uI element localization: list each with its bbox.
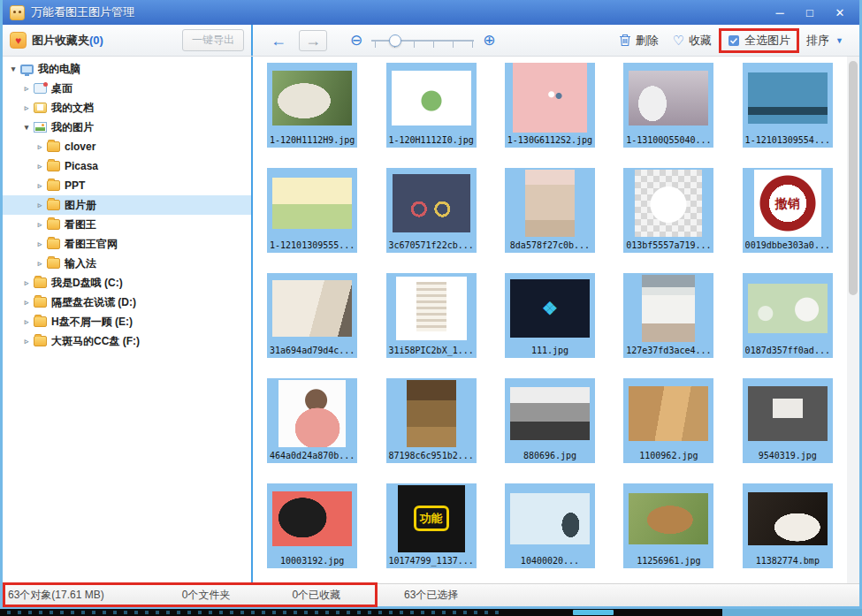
image-item[interactable]: 3c670571f22cb... bbox=[386, 168, 477, 273]
image-tile-selected[interactable]: 0187d357ff0ad... bbox=[743, 273, 833, 358]
image-item[interactable]: 880696.jpg bbox=[505, 378, 595, 483]
image-tile-selected[interactable]: ❖111.jpg bbox=[505, 273, 595, 358]
image-tile-selected[interactable]: 87198c6c951b2... bbox=[386, 378, 477, 463]
image-item[interactable]: 31i58PIC2bX_1... bbox=[386, 273, 477, 378]
image-tile-selected[interactable]: 功能10174799_1137... bbox=[386, 483, 477, 568]
slider-knob[interactable] bbox=[389, 34, 401, 47]
select-all-button[interactable]: 全选图片 bbox=[719, 28, 799, 53]
tree-item[interactable]: ▹我的文档 bbox=[3, 98, 251, 118]
expand-arrow-icon[interactable]: ▹ bbox=[34, 142, 45, 151]
expand-arrow-icon[interactable]: ▹ bbox=[34, 181, 45, 190]
image-item[interactable]: 31a694ad79d4c... bbox=[267, 273, 357, 378]
thumbnail-size-slider[interactable] bbox=[371, 33, 474, 49]
tree-item[interactable]: ▹看图王官网 bbox=[3, 234, 251, 254]
image-item[interactable]: 撤销0019dbbe303a0... bbox=[743, 168, 833, 273]
image-tile-selected[interactable]: 31a694ad79d4c... bbox=[267, 273, 357, 358]
tree-item[interactable]: ▹看图王 bbox=[3, 215, 251, 234]
image-tile-selected[interactable]: 10400020... bbox=[505, 483, 595, 568]
image-item[interactable]: 1100962.jpg bbox=[623, 378, 713, 483]
image-item[interactable]: 87198c6c951b2... bbox=[386, 378, 477, 483]
expand-arrow-icon[interactable]: ▹ bbox=[21, 317, 32, 326]
forward-button[interactable]: → bbox=[299, 30, 327, 51]
favorite-button[interactable]: ♡ 收藏 bbox=[666, 29, 719, 52]
tree-item[interactable]: ▹Picasa bbox=[3, 156, 251, 176]
image-item[interactable]: 1-13100Q55040... bbox=[623, 63, 713, 168]
tree-item[interactable]: ▹大斑马的CC盘 (F:) bbox=[3, 331, 251, 351]
tree-item[interactable]: ▹隔壁盘在说谎 (D:) bbox=[3, 293, 251, 312]
expand-arrow-icon[interactable]: ▹ bbox=[21, 298, 32, 307]
close-button[interactable]: ✕ bbox=[828, 4, 852, 21]
titlebar: 万能看图王图片管理 ─ □ ✕ bbox=[3, 0, 859, 25]
tree-item[interactable]: ▹输入法 bbox=[3, 254, 251, 273]
image-tile-selected[interactable]: 1-12101309555... bbox=[267, 168, 357, 253]
tree-item[interactable]: ▹图片册 bbox=[3, 195, 251, 215]
tree-item[interactable]: ▹我是D盘哦 (C:) bbox=[3, 273, 251, 293]
scrollbar-thumb[interactable] bbox=[849, 61, 858, 295]
image-item[interactable]: 1-120H1112I0.jpg bbox=[386, 63, 477, 168]
image-tile-selected[interactable]: 11256961.jpg bbox=[623, 483, 713, 568]
image-tile-selected[interactable]: 464a0d24a870b... bbox=[267, 378, 357, 463]
expand-arrow-icon[interactable]: ▹ bbox=[34, 259, 45, 268]
expand-arrow-icon[interactable]: ▹ bbox=[34, 240, 45, 248]
image-item[interactable]: ❖111.jpg bbox=[505, 273, 595, 378]
delete-button[interactable]: 删除 bbox=[612, 29, 666, 52]
zoom-in-button[interactable]: ⊕ bbox=[483, 33, 495, 48]
tree-item[interactable]: ▹H盘不屑一顾 (E:) bbox=[3, 312, 251, 331]
expand-arrow-icon[interactable]: ▹ bbox=[21, 278, 32, 287]
thumbnail-area: 功能 bbox=[386, 483, 477, 553]
image-item[interactable]: 11256961.jpg bbox=[623, 483, 713, 583]
image-tile-selected[interactable]: 撤销0019dbbe303a0... bbox=[743, 168, 833, 253]
image-tile-selected[interactable]: 1100962.jpg bbox=[623, 378, 713, 463]
image-tile-selected[interactable]: 013bf5557a719... bbox=[623, 168, 713, 253]
image-tile-selected[interactable]: 8da578f27c0b... bbox=[505, 168, 595, 253]
image-tile-selected[interactable]: 1-130G6112S2.jpg bbox=[505, 63, 595, 148]
image-item[interactable]: 464a0d24a870b... bbox=[267, 378, 357, 483]
image-item[interactable]: 功能10174799_1137... bbox=[386, 483, 477, 583]
image-tile-selected[interactable]: 10003192.jpg bbox=[267, 483, 357, 568]
image-tile-selected[interactable]: 1-13100Q55040... bbox=[623, 63, 713, 148]
image-tile-selected[interactable]: 11382774.bmp bbox=[743, 483, 833, 568]
expand-arrow-icon[interactable]: ▹ bbox=[34, 162, 45, 171]
tree-item[interactable]: ▹clover bbox=[3, 137, 251, 156]
tree-item[interactable]: ▹桌面 bbox=[3, 79, 251, 98]
collapse-arrow-icon[interactable]: ▾ bbox=[8, 65, 19, 73]
image-item[interactable]: 10003192.jpg bbox=[267, 483, 357, 583]
image-item[interactable]: 0187d357ff0ad... bbox=[743, 273, 833, 378]
image-item[interactable]: 10400020... bbox=[505, 483, 595, 583]
image-item[interactable]: 8da578f27c0b... bbox=[505, 168, 595, 273]
thumbnail-area bbox=[267, 63, 357, 133]
vertical-scrollbar[interactable] bbox=[847, 57, 859, 583]
zoom-out-button[interactable]: ⊖ bbox=[350, 33, 362, 48]
back-button[interactable]: ← bbox=[265, 31, 292, 50]
image-tile-selected[interactable]: 127e37fd3ace4... bbox=[623, 273, 713, 358]
expand-arrow-icon[interactable]: ▹ bbox=[34, 220, 45, 229]
tree-item[interactable]: ▾我的电脑 bbox=[3, 59, 251, 79]
image-tile-selected[interactable]: 31i58PIC2bX_1... bbox=[386, 273, 477, 358]
image-item[interactable]: 11382774.bmp bbox=[743, 483, 833, 583]
image-item[interactable]: 9540319.jpg bbox=[743, 378, 833, 483]
minimize-button[interactable]: ─ bbox=[767, 4, 792, 21]
expand-arrow-icon[interactable]: ▹ bbox=[34, 201, 45, 209]
tree-item[interactable]: ▾我的图片 bbox=[3, 118, 251, 137]
collapse-arrow-icon[interactable]: ▾ bbox=[21, 123, 32, 132]
image-tile-selected[interactable]: 1-120H1112H9.jpg bbox=[267, 63, 357, 148]
image-tile-selected[interactable]: 1-120H1112I0.jpg bbox=[386, 63, 477, 148]
image-item[interactable]: 1-12101309555... bbox=[267, 168, 357, 273]
image-tile-selected[interactable]: 1-12101309554... bbox=[743, 63, 833, 148]
sort-button[interactable]: 排序 ▼ bbox=[799, 29, 851, 52]
image-filename: 10400020... bbox=[521, 553, 579, 568]
maximize-button[interactable]: □ bbox=[797, 4, 822, 21]
image-tile-selected[interactable]: 880696.jpg bbox=[505, 378, 595, 463]
image-item[interactable]: 127e37fd3ace4... bbox=[623, 273, 713, 378]
tree-item[interactable]: ▹PPT bbox=[3, 176, 251, 195]
image-item[interactable]: 013bf5557a719... bbox=[623, 168, 713, 273]
expand-arrow-icon[interactable]: ▹ bbox=[21, 103, 32, 112]
image-item[interactable]: 1-120H1112H9.jpg bbox=[267, 63, 357, 168]
image-item[interactable]: 1-12101309554... bbox=[743, 63, 833, 168]
expand-arrow-icon[interactable]: ▹ bbox=[21, 337, 32, 346]
image-tile-selected[interactable]: 3c670571f22cb... bbox=[386, 168, 477, 253]
export-button[interactable]: 一键导出 bbox=[182, 29, 244, 51]
image-tile-selected[interactable]: 9540319.jpg bbox=[743, 378, 833, 463]
image-item[interactable]: 1-130G6112S2.jpg bbox=[505, 63, 595, 168]
expand-arrow-icon[interactable]: ▹ bbox=[21, 84, 32, 93]
